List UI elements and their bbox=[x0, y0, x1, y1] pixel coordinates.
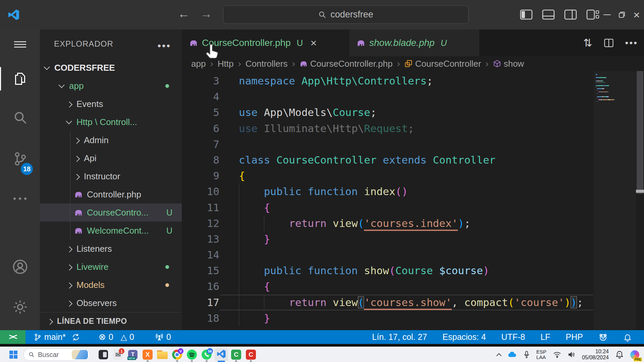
encoding[interactable]: UTF-8 bbox=[501, 332, 525, 342]
code-line-content[interactable]: } bbox=[239, 310, 270, 326]
code-line-10[interactable]: 10 public function index() bbox=[182, 184, 644, 199]
chevron-right-icon[interactable] bbox=[74, 174, 80, 180]
timeline-section[interactable]: LÍNEA DE TIEMPO bbox=[40, 312, 182, 330]
minimap[interactable] bbox=[594, 71, 636, 330]
wifi-icon[interactable] bbox=[553, 351, 561, 358]
code-line-content[interactable]: return view('courses.index'); bbox=[239, 216, 471, 231]
code-line-18[interactable]: 18 } bbox=[182, 310, 644, 326]
language-mode[interactable]: PHP bbox=[566, 332, 583, 342]
chevron-right-icon[interactable] bbox=[66, 282, 72, 288]
tree-item-controller-php[interactable]: Controller.php bbox=[40, 185, 182, 203]
code-line-content[interactable]: namespace App\Http\Controllers; bbox=[239, 73, 433, 89]
explorer-more-actions-icon[interactable]: ••• bbox=[157, 40, 171, 52]
taskbar-app-xampp[interactable]: X bbox=[141, 348, 154, 361]
chevron-down-icon[interactable] bbox=[58, 82, 64, 88]
search-highlight-image[interactable] bbox=[72, 350, 88, 359]
back-arrow-icon[interactable]: ← bbox=[176, 7, 192, 21]
keyboard-language[interactable]: ESPLAA bbox=[536, 349, 546, 360]
split-editor-icon[interactable] bbox=[604, 38, 614, 48]
tree-item-listeners[interactable]: Listeners bbox=[40, 240, 182, 258]
notification-bell-icon[interactable]: z bbox=[615, 350, 624, 359]
speaker-icon[interactable] bbox=[568, 351, 575, 358]
taskbar-app-spotify[interactable] bbox=[185, 348, 199, 361]
eol[interactable]: LF bbox=[540, 332, 550, 342]
code-line-5[interactable]: 5use App\Models\Course; bbox=[182, 105, 644, 120]
close-tab-icon[interactable]: × bbox=[310, 37, 317, 49]
code-line-14[interactable]: 14 bbox=[182, 247, 644, 263]
code-line-7[interactable]: 7 bbox=[182, 136, 644, 152]
settings-gear-icon[interactable] bbox=[0, 295, 40, 319]
code-line-4[interactable]: 4 bbox=[182, 89, 644, 105]
open-changes-icon[interactable]: ⇅ bbox=[583, 37, 592, 49]
more-actions-icon[interactable]: ••• bbox=[625, 38, 638, 48]
ports-item[interactable]: 0 bbox=[155, 332, 171, 342]
command-center-search[interactable]: codersfree bbox=[223, 5, 469, 24]
code-line-content[interactable]: } bbox=[239, 231, 270, 247]
code-line-11[interactable]: 11 { bbox=[182, 200, 644, 216]
breadcrumb-item-coursecontroller[interactable]: CourseController bbox=[405, 59, 481, 69]
source-control-icon[interactable] bbox=[0, 147, 40, 171]
clock[interactable]: 10:2405/08/2024 bbox=[582, 349, 609, 361]
breadcrumb-item-app[interactable]: app bbox=[191, 59, 206, 69]
taskbar-app-chrome[interactable]: V bbox=[170, 348, 184, 361]
extension-animal-icon[interactable] bbox=[598, 333, 608, 342]
code-line-content[interactable]: class CourseController extends Controlle… bbox=[239, 152, 495, 168]
code-line-content[interactable]: { bbox=[239, 168, 245, 184]
account-icon[interactable] bbox=[0, 255, 40, 279]
onedrive-icon[interactable] bbox=[507, 351, 517, 358]
tree-item-instructor[interactable]: Instructor bbox=[40, 167, 182, 185]
close-button[interactable]: × bbox=[629, 0, 644, 29]
code-line-12[interactable]: 12 return view('courses.index'); bbox=[182, 216, 644, 231]
tree-item-welcomecont-[interactable]: WelcomeCont...U bbox=[40, 222, 182, 240]
sync-icon[interactable] bbox=[72, 333, 80, 341]
code-line-17[interactable]: 17 return view('courses.show', compact('… bbox=[182, 295, 644, 310]
tree-item-admin[interactable]: Admin bbox=[40, 131, 182, 149]
chevron-down-icon[interactable] bbox=[66, 118, 72, 124]
scrollbar-thumb[interactable] bbox=[637, 71, 643, 194]
code-line-15[interactable]: 15 public function show(Course $course) bbox=[182, 263, 644, 279]
taskbar-app-camtasia-red[interactable]: C bbox=[244, 348, 258, 361]
errors-item[interactable]: ⊗ 0 bbox=[99, 332, 113, 342]
tree-item-models[interactable]: Models bbox=[40, 276, 182, 294]
chevron-right-icon[interactable] bbox=[66, 101, 72, 107]
remote-indicator[interactable]: >< bbox=[0, 330, 25, 344]
taskbar-app-whatsapp[interactable]: 56 bbox=[200, 348, 213, 361]
cursor-position[interactable]: Lín. 17, col. 27 bbox=[372, 332, 427, 342]
copilot-icon[interactable]: PRE bbox=[630, 350, 639, 359]
notifications-bell-icon[interactable] bbox=[623, 333, 632, 342]
explorer-icon[interactable] bbox=[0, 67, 40, 91]
code-editor[interactable]: 3namespace App\Http\Controllers;45use Ap… bbox=[182, 71, 644, 330]
chevron-right-icon[interactable] bbox=[66, 264, 72, 270]
code-line-content[interactable]: use Illuminate\Http\Request; bbox=[239, 121, 414, 136]
tree-item-livewire[interactable]: Livewire bbox=[40, 258, 182, 276]
search-view-icon[interactable] bbox=[0, 106, 40, 130]
minimize-button[interactable] bbox=[600, 0, 614, 29]
code-line-content[interactable]: { bbox=[239, 279, 270, 294]
code-line-content[interactable]: public function show(Course $course) bbox=[239, 263, 489, 279]
taskbar-app-file-explorer[interactable] bbox=[156, 348, 169, 361]
taskbar-app-vscode[interactable] bbox=[215, 348, 228, 361]
microphone-icon[interactable] bbox=[524, 351, 530, 359]
code-line-6[interactable]: 6use Illuminate\Http\Request; bbox=[182, 121, 644, 136]
chevron-down-icon[interactable] bbox=[44, 64, 50, 70]
taskbar-search[interactable]: Buscar bbox=[23, 349, 90, 361]
toggle-primary-sidebar-icon[interactable] bbox=[520, 9, 533, 20]
tree-item-api[interactable]: Api bbox=[40, 149, 182, 167]
toggle-secondary-sidebar-icon[interactable] bbox=[564, 9, 578, 20]
chevron-right-icon[interactable] bbox=[74, 137, 80, 143]
tab-show-blade[interactable]: show.blade.php U bbox=[349, 29, 479, 56]
chevron-right-icon[interactable] bbox=[66, 300, 72, 306]
breadcrumb-item-coursecontroller-php[interactable]: CourseController.php bbox=[300, 59, 393, 69]
code-line-9[interactable]: 9{ bbox=[182, 168, 644, 184]
code-line-3[interactable]: 3namespace App\Http\Controllers; bbox=[182, 73, 644, 89]
more-views-icon[interactable] bbox=[0, 186, 40, 210]
git-branch-item[interactable]: main* bbox=[34, 332, 66, 342]
tree-item-observers[interactable]: Observers bbox=[40, 294, 182, 312]
chevron-right-icon[interactable] bbox=[74, 156, 80, 162]
code-line-16[interactable]: 16 { bbox=[182, 279, 644, 294]
tree-item-events[interactable]: Events bbox=[40, 95, 182, 113]
breadcrumb-item-show[interactable]: show bbox=[493, 59, 524, 69]
customize-layout-icon[interactable] bbox=[586, 9, 600, 20]
chevron-right-icon[interactable] bbox=[66, 246, 72, 252]
code-line-8[interactable]: 8class CourseController extends Controll… bbox=[182, 152, 644, 168]
